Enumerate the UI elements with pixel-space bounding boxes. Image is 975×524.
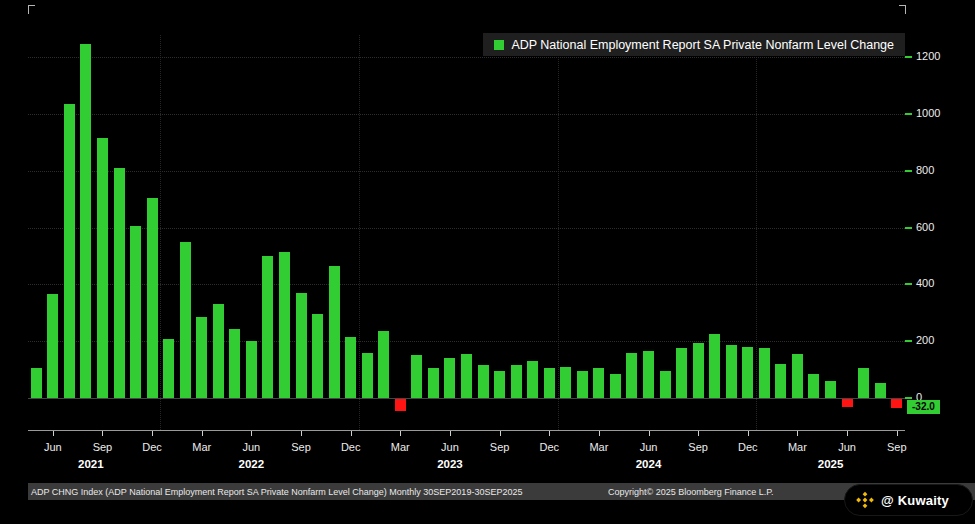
bar-Aug '22[interactable] [279, 252, 290, 398]
x-axis-tick [400, 431, 401, 436]
y-axis-label-600: 600 [916, 221, 934, 234]
y-axis-label-1000: 1000 [916, 107, 940, 120]
bar-Jun '25[interactable] [842, 399, 853, 407]
bar-Nov '22[interactable] [329, 266, 340, 398]
y-axis-label-400: 400 [916, 277, 934, 290]
bar-Jul '23[interactable] [461, 354, 472, 398]
x-axis-tick [351, 431, 352, 436]
x-axis-tick [847, 431, 848, 436]
bar-Dec '24[interactable] [742, 347, 753, 398]
bar-Mar '22[interactable] [196, 317, 207, 398]
watermark-text: @ Kuwaity [881, 493, 949, 508]
bar-Nov '24[interactable] [726, 345, 737, 398]
bar-Mar '23[interactable] [395, 399, 406, 411]
bar-Jun '21[interactable] [47, 294, 58, 398]
x-axis-label-Mar: Mar [380, 441, 420, 453]
bar-Jul '25[interactable] [858, 368, 869, 398]
x-axis-tick [748, 431, 749, 436]
bar-Sep '21[interactable] [97, 138, 108, 398]
x-axis-label-Mar: Mar [777, 441, 817, 453]
x-axis-label-Dec: Dec [331, 441, 371, 453]
x-axis-year-2023: 2023 [425, 458, 475, 470]
bar-Jun '24[interactable] [643, 351, 654, 398]
bar-Mar '25[interactable] [792, 354, 803, 398]
year-boundary-gridline [359, 35, 360, 430]
x-axis-tick [897, 431, 898, 436]
bar-Sep '22[interactable] [296, 293, 307, 398]
bar-Dec '21[interactable] [147, 198, 158, 398]
bar-Jan '24[interactable] [560, 367, 571, 398]
year-boundary-gridline [756, 35, 757, 430]
bar-Aug '23[interactable] [478, 365, 489, 398]
plot-area[interactable]: 020040060080010001200JunSepDecMarJunSepD… [0, 0, 975, 524]
bar-Aug '24[interactable] [676, 348, 687, 398]
bar-Mar '24[interactable] [593, 368, 604, 398]
y-axis-label-200: 200 [916, 334, 934, 347]
x-axis-label-Jun: Jun [827, 441, 867, 453]
bar-Jul '24[interactable] [660, 371, 671, 398]
bar-Aug '21[interactable] [80, 44, 91, 398]
x-axis-label-Dec: Dec [529, 441, 569, 453]
bar-Apr '25[interactable] [808, 374, 819, 398]
bar-May '24[interactable] [626, 353, 637, 398]
legend[interactable]: ADP National Employment Report SA Privat… [483, 33, 905, 56]
year-boundary-gridline [558, 35, 559, 430]
bar-Nov '23[interactable] [527, 361, 538, 398]
bar-Oct '22[interactable] [312, 314, 323, 398]
x-axis-label-Sep: Sep [281, 441, 321, 453]
y-axis-tick [905, 227, 912, 229]
chart-window: 020040060080010001200JunSepDecMarJunSepD… [0, 0, 975, 524]
bar-May '21[interactable] [31, 368, 42, 398]
bar-Dec '22[interactable] [345, 337, 356, 398]
bar-Nov '21[interactable] [130, 226, 141, 398]
bar-Feb '24[interactable] [577, 371, 588, 398]
bar-Apr '22[interactable] [213, 304, 224, 398]
x-axis-label-Sep: Sep [480, 441, 520, 453]
bar-Jul '21[interactable] [64, 104, 75, 398]
bar-Sep '23[interactable] [494, 371, 505, 398]
plot-corner-mark-left [28, 5, 35, 14]
x-axis-label-Sep: Sep [877, 441, 917, 453]
bar-May '23[interactable] [428, 368, 439, 398]
bar-Jan '25[interactable] [759, 348, 770, 398]
bar-Oct '23[interactable] [511, 365, 522, 398]
x-axis-tick [698, 431, 699, 436]
footer-copyright: Copyright© 2025 Bloomberg Finance L.P. [608, 487, 774, 497]
bar-Feb '22[interactable] [180, 242, 191, 398]
binance-logo-icon [856, 491, 874, 509]
x-axis-tick [152, 431, 153, 436]
bar-Sep '24[interactable] [693, 343, 704, 398]
legend-label: ADP National Employment Report SA Privat… [511, 38, 894, 52]
bar-Feb '25[interactable] [775, 364, 786, 398]
bar-Oct '24[interactable] [709, 334, 720, 398]
footer-index-description: ADP CHNG Index (ADP National Employment … [31, 487, 522, 497]
bar-Jul '22[interactable] [262, 256, 273, 398]
bar-Jan '23[interactable] [362, 353, 373, 398]
x-axis-tick [102, 431, 103, 436]
bar-Sep '25[interactable] [891, 399, 902, 408]
x-axis-year-2021: 2021 [66, 458, 116, 470]
bar-Apr '23[interactable] [411, 355, 422, 398]
x-axis-tick [500, 431, 501, 436]
x-axis-label-Dec: Dec [728, 441, 768, 453]
bar-Aug '25[interactable] [875, 383, 886, 398]
bar-Apr '24[interactable] [610, 374, 621, 398]
bar-Jun '23[interactable] [444, 358, 455, 398]
x-axis-tick [797, 431, 798, 436]
bar-Feb '23[interactable] [378, 331, 389, 398]
x-axis-year-2024: 2024 [624, 458, 674, 470]
x-axis-year-2025: 2025 [806, 458, 856, 470]
bar-Jun '22[interactable] [246, 341, 257, 398]
bar-Oct '21[interactable] [114, 168, 125, 398]
y-axis-tick [905, 56, 912, 58]
x-axis-tick [649, 431, 650, 436]
y-axis-tick [905, 340, 912, 342]
bar-Jan '22[interactable] [163, 339, 174, 398]
y-gridline-1200 [28, 57, 905, 58]
bar-Dec '23[interactable] [544, 368, 555, 398]
y-gridline-400 [28, 284, 905, 285]
bar-May '22[interactable] [229, 329, 240, 398]
x-axis-label-Jun: Jun [430, 441, 470, 453]
y-axis-tick [905, 397, 912, 399]
bar-May '25[interactable] [825, 381, 836, 398]
